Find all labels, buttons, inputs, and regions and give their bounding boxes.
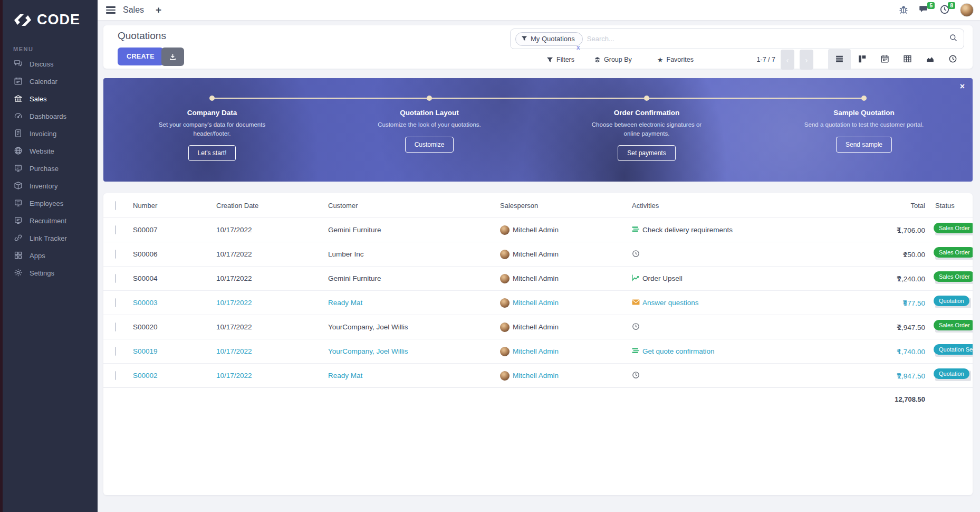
sidebar-item-calendar[interactable]: Calendar bbox=[3, 73, 98, 90]
chart-icon bbox=[632, 274, 640, 283]
salesperson-name: Mitchell Admin bbox=[513, 226, 559, 234]
activity-cell[interactable] bbox=[632, 323, 841, 332]
status-badge: Sales Order bbox=[934, 320, 973, 330]
row-checkbox[interactable] bbox=[115, 298, 116, 307]
hamburger-menu-icon[interactable] bbox=[106, 5, 116, 15]
row-checkbox[interactable] bbox=[115, 250, 116, 259]
sidebar-item-discuss[interactable]: Discuss bbox=[3, 55, 98, 73]
view-list-button[interactable] bbox=[828, 49, 851, 70]
quotation-row-S00020[interactable]: S0002010/17/2022YourCompany, Joel Willis… bbox=[103, 315, 973, 339]
step-action-button[interactable]: Customize bbox=[405, 137, 454, 153]
select-all-checkbox[interactable] bbox=[115, 201, 116, 210]
clock-icon bbox=[632, 250, 640, 259]
column-header-status[interactable]: Status bbox=[935, 202, 955, 210]
sidebar-item-website[interactable]: Website bbox=[3, 143, 98, 160]
messages-icon[interactable]: 5 bbox=[919, 4, 930, 16]
quotation-row-S00003[interactable]: S0000310/17/2022Ready MatMitchell AdminA… bbox=[103, 290, 973, 315]
view-kanban-button[interactable] bbox=[851, 49, 873, 70]
add-tab-button[interactable]: + bbox=[156, 4, 161, 16]
column-header-number[interactable]: Number bbox=[133, 202, 216, 210]
activity-cell[interactable]: Check delivery requirements bbox=[632, 225, 841, 235]
user-avatar[interactable] bbox=[960, 3, 974, 17]
view-calendar-button[interactable] bbox=[873, 49, 896, 70]
activity-cell[interactable]: Answer questions bbox=[632, 298, 841, 308]
sidebar-item-apps[interactable]: Apps bbox=[3, 247, 98, 264]
pagination-prev-button[interactable]: ‹ bbox=[781, 50, 794, 70]
salesperson-name: Mitchell Admin bbox=[513, 274, 559, 282]
sidebar-item-purchase[interactable]: Purchase bbox=[3, 160, 98, 177]
activity-cell[interactable]: Order Upsell bbox=[632, 274, 841, 283]
sidebar-item-recruitment[interactable]: Recruitment bbox=[3, 212, 98, 230]
export-button[interactable] bbox=[161, 48, 184, 66]
pagination: 1-7 / 7 ‹ › bbox=[757, 50, 813, 70]
search-bar[interactable]: My Quotations x Search... bbox=[510, 29, 964, 49]
status-badge: Quotation bbox=[934, 296, 969, 306]
group-by-button[interactable]: Group By bbox=[594, 56, 632, 63]
gauge-icon bbox=[14, 111, 23, 122]
row-checkbox[interactable] bbox=[115, 347, 116, 356]
logo-text: CODE bbox=[37, 12, 80, 28]
onboarding-step-order-confirmation: Order ConfirmationChoose between electro… bbox=[538, 78, 755, 182]
onboarding-step-sample-quotation: Sample QuotationSend a quotation to test… bbox=[755, 78, 973, 182]
debug-bug-icon[interactable] bbox=[898, 4, 910, 16]
facet-remove-icon[interactable]: x bbox=[577, 44, 580, 51]
creation-date: 10/17/2022 bbox=[216, 347, 328, 355]
view-graph-button[interactable] bbox=[919, 49, 941, 70]
total-amount: ₹2,240.00 bbox=[841, 274, 925, 283]
sidebar-item-sales[interactable]: Sales bbox=[3, 90, 98, 108]
step-action-button[interactable]: Set payments bbox=[618, 145, 675, 161]
step-action-button[interactable]: Send sample bbox=[836, 137, 892, 153]
sidebar-item-employees[interactable]: Employees bbox=[3, 195, 98, 212]
status-cell: Sales Order bbox=[935, 322, 973, 333]
row-checkbox[interactable] bbox=[115, 371, 116, 380]
column-header-activities[interactable]: Activities bbox=[632, 202, 841, 210]
view-pivot-button[interactable] bbox=[896, 49, 919, 70]
search-facet-my-quotations[interactable]: My Quotations bbox=[515, 32, 583, 46]
kanban-view-icon bbox=[858, 54, 867, 65]
view-activity-button[interactable] bbox=[941, 49, 964, 70]
activity-cell[interactable] bbox=[632, 250, 841, 259]
timeline-dot bbox=[644, 96, 649, 101]
app-logo[interactable]: CODE bbox=[3, 0, 98, 28]
quotation-row-S00002[interactable]: S0000210/17/2022Ready MatMitchell Admin₹… bbox=[103, 363, 973, 387]
column-header-creation-date[interactable]: Creation Date bbox=[216, 202, 328, 210]
creation-date: 10/17/2022 bbox=[216, 323, 328, 331]
active-module-name[interactable]: Sales bbox=[123, 5, 144, 15]
quotation-row-S00019[interactable]: S0001910/17/2022YourCompany, Joel Willis… bbox=[103, 339, 973, 363]
quotation-row-S00004[interactable]: S0000410/17/2022Gemini FurnitureMitchell… bbox=[103, 266, 973, 290]
row-checkbox[interactable] bbox=[115, 323, 116, 331]
salesperson-cell: Mitchell Admin bbox=[500, 323, 632, 332]
activity-cell[interactable]: Get quote confirmation bbox=[632, 347, 841, 356]
tasks-icon bbox=[632, 225, 640, 235]
activity-cell[interactable] bbox=[632, 371, 841, 381]
search-icon[interactable] bbox=[949, 34, 957, 44]
quotation-row-S00006[interactable]: S0000610/17/2022Lumber IncMitchell Admin… bbox=[103, 242, 973, 266]
sidebar-item-inventory[interactable]: Inventory bbox=[3, 177, 98, 195]
creation-date: 10/17/2022 bbox=[216, 299, 328, 307]
row-checkbox[interactable] bbox=[115, 274, 116, 283]
quotations-table: NumberCreation DateCustomerSalespersonAc… bbox=[103, 193, 973, 495]
column-header-customer[interactable]: Customer bbox=[328, 202, 500, 210]
column-header-salesperson[interactable]: Salesperson bbox=[500, 202, 632, 210]
creation-date: 10/17/2022 bbox=[216, 372, 328, 380]
sidebar-item-invoicing[interactable]: Invoicing bbox=[3, 125, 98, 143]
sidebar-item-dashboards[interactable]: Dashboards bbox=[3, 108, 98, 125]
favorites-button[interactable]: ★ Favorites bbox=[657, 56, 694, 64]
row-checkbox[interactable] bbox=[115, 225, 116, 234]
step-action-button[interactable]: Let's start! bbox=[188, 145, 236, 161]
activities-clock-icon[interactable]: 8 bbox=[939, 4, 951, 16]
salesperson-cell: Mitchell Admin bbox=[500, 298, 632, 308]
filters-button[interactable]: Filters bbox=[546, 56, 574, 63]
sidebar-item-link-tracker[interactable]: Link Tracker bbox=[3, 230, 98, 247]
column-header-total[interactable]: Total bbox=[841, 202, 925, 210]
invoice-icon bbox=[14, 129, 23, 139]
quotation-number: S00019 bbox=[133, 347, 216, 355]
sidebar-item-settings[interactable]: Settings bbox=[3, 264, 98, 282]
pagination-next-button[interactable]: › bbox=[800, 50, 813, 70]
pagination-range: 1-7 / 7 bbox=[757, 56, 775, 63]
screen-icon bbox=[14, 198, 23, 209]
quotation-row-S00007[interactable]: S0000710/17/2022Gemini FurnitureMitchell… bbox=[103, 217, 973, 242]
create-button[interactable]: CREATE bbox=[118, 48, 164, 65]
sidebar-item-label: Purchase bbox=[30, 165, 59, 173]
sidebar: CODE MENU DiscussCalendarSalesDashboards… bbox=[3, 0, 98, 512]
